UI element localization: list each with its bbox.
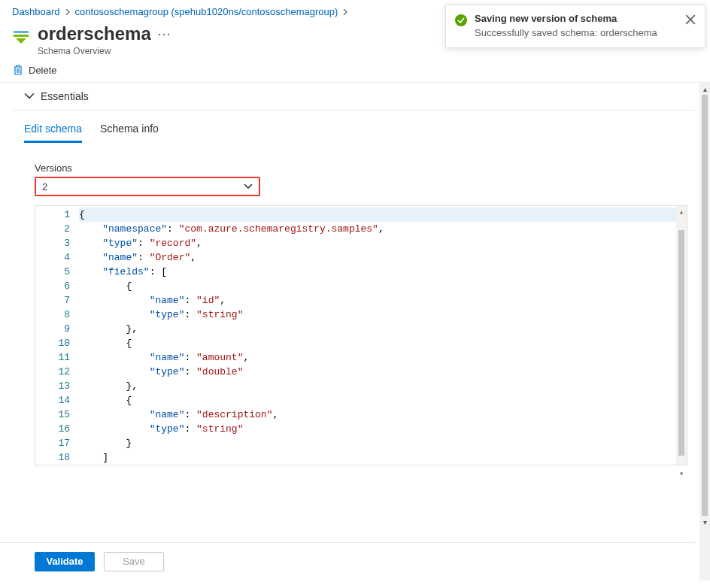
more-actions-button[interactable]: ⋯ <box>157 26 171 42</box>
toast-title: Saving new version of schema <box>475 13 678 24</box>
essentials-toggle[interactable]: Essentials <box>12 83 695 111</box>
command-bar: Delete <box>0 56 710 83</box>
chevron-down-icon <box>244 182 253 191</box>
code-editor[interactable]: 123456789101112131415161718 { "namespace… <box>35 205 687 465</box>
code-area[interactable]: { "namespace": "com.azure.schemaregistry… <box>76 206 687 465</box>
svg-rect-0 <box>14 31 29 33</box>
schema-icon <box>12 28 30 46</box>
scrollbar-down-icon[interactable]: ▾ <box>699 516 710 528</box>
tab-edit-schema[interactable]: Edit schema <box>24 115 82 143</box>
content-area: Essentials Edit schema Schema info Versi… <box>0 83 710 580</box>
scrollbar-up-icon[interactable]: ▴ <box>676 206 687 218</box>
chevron-down-icon <box>24 91 35 102</box>
breadcrumb-item-dashboard[interactable]: Dashboard <box>12 6 60 17</box>
save-button: Save <box>104 552 164 571</box>
toast-body: Successfully saved schema: orderschema <box>475 27 678 38</box>
chevron-right-icon <box>342 8 348 17</box>
scrollbar-thumb[interactable] <box>702 95 708 516</box>
breadcrumb-item-schemagroup[interactable]: contososchemagroup (spehub1020ns/contoso… <box>75 6 338 17</box>
delete-label: Delete <box>29 65 57 76</box>
version-select[interactable]: 2 <box>35 177 260 196</box>
scrollbar-down-icon[interactable]: ▾ <box>676 468 687 480</box>
version-select-value: 2 <box>42 181 47 192</box>
essentials-label: Essentials <box>41 90 89 102</box>
svg-rect-1 <box>14 35 29 37</box>
page-subtitle: Schema Overview <box>38 46 171 56</box>
tab-bar: Edit schema Schema info <box>12 115 695 143</box>
validate-button[interactable]: Validate <box>35 552 95 571</box>
editor-scrollbar[interactable]: ▴ ▾ <box>676 206 687 465</box>
scrollbar-up-icon[interactable]: ▴ <box>699 83 710 95</box>
trash-icon <box>12 64 24 76</box>
scrollbar-thumb[interactable] <box>678 230 684 456</box>
delete-button[interactable]: Delete <box>12 64 57 76</box>
line-number-gutter: 123456789101112131415161718 <box>35 206 76 465</box>
footer-bar: Validate Save <box>0 542 695 580</box>
versions-block: Versions 2 <box>0 143 710 196</box>
versions-label: Versions <box>35 162 698 174</box>
close-icon[interactable] <box>685 14 696 25</box>
page-title: orderschema <box>38 23 151 44</box>
success-icon <box>455 14 467 26</box>
chevron-right-icon <box>65 8 71 17</box>
page-scrollbar[interactable]: ▴ ▾ <box>699 83 710 580</box>
notification-toast: Saving new version of schema Successfull… <box>445 5 705 48</box>
tab-schema-info[interactable]: Schema info <box>100 115 159 143</box>
